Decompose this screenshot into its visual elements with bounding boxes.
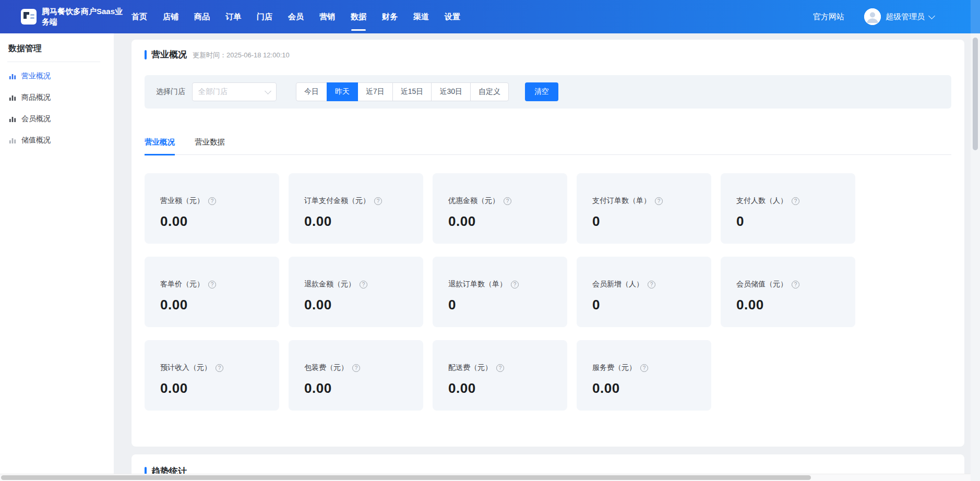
official-site-link[interactable]: 官方网站 (813, 12, 844, 22)
stat-value: 0.00 (448, 213, 562, 230)
help-icon[interactable] (216, 364, 223, 372)
vertical-scrollbar-cap (971, 0, 980, 33)
stat-card: 支付订单数（单） 0 (577, 173, 711, 244)
stat-value: 0 (592, 213, 706, 230)
date-range-label: 近30日 (439, 87, 462, 97)
date-range-label: 自定义 (479, 87, 500, 97)
topbar-nav-item[interactable]: 财务 (381, 10, 399, 24)
stat-card: 预计收入（元） 0.00 (145, 340, 279, 411)
stat-value: 0.00 (304, 213, 418, 230)
date-range-button[interactable]: 自定义 (470, 82, 509, 101)
nav-item-label: 渠道 (413, 12, 429, 21)
stat-label: 支付人数（人） (736, 196, 787, 206)
horizontal-scrollbar-thumb[interactable] (1, 475, 811, 480)
topbar-nav-item[interactable]: 门店 (256, 10, 273, 24)
overview-section-title: 营业概况 (151, 49, 187, 61)
nav-item-label: 财务 (382, 12, 398, 21)
help-icon[interactable] (511, 281, 519, 288)
date-range-button[interactable]: 昨天 (327, 82, 358, 101)
stat-value: 0.00 (448, 380, 562, 396)
stat-value: 0 (736, 213, 850, 230)
sidebar-item[interactable]: 会员概况 (0, 108, 114, 129)
help-icon[interactable] (792, 281, 799, 288)
topbar-nav: 首页 店铺 商品 订单 门店 会员 营销 (130, 10, 461, 24)
nav-item-label: 会员 (288, 12, 304, 21)
topbar-nav-item[interactable]: 营销 (318, 10, 336, 24)
help-icon[interactable] (496, 364, 504, 372)
topbar-nav-item[interactable]: 订单 (224, 10, 242, 24)
app-logo: 腾马餐饮多商户Saas业务端 (0, 6, 129, 27)
date-range-button[interactable]: 近30日 (431, 82, 471, 101)
stat-label: 营业额（元） (160, 196, 204, 206)
nav-item-label: 商品 (194, 12, 210, 21)
help-icon[interactable] (360, 281, 367, 288)
date-range-button[interactable]: 近7日 (357, 82, 393, 101)
topbar-nav-item[interactable]: 渠道 (412, 10, 430, 24)
date-range-button[interactable]: 近15日 (392, 82, 432, 101)
nav-item-label: 订单 (225, 12, 241, 21)
horizontal-scrollbar-track (0, 474, 971, 481)
vertical-scrollbar-thumb[interactable] (973, 38, 978, 150)
bar-chart-icon (9, 137, 16, 144)
help-icon[interactable] (655, 197, 663, 205)
stat-value: 0 (448, 297, 562, 313)
nav-item-label: 店铺 (163, 12, 178, 21)
logo-glyph (23, 12, 29, 19)
help-icon[interactable] (208, 281, 216, 288)
overview-tabs: 营业概况 营业数据 (145, 137, 951, 155)
store-select[interactable]: 全部门店 (192, 82, 277, 101)
date-range-label: 今日 (304, 87, 319, 97)
help-icon[interactable] (374, 197, 382, 205)
stat-label: 优惠金额（元） (448, 196, 499, 206)
date-range-button[interactable]: 今日 (296, 82, 327, 101)
sidebar-title: 数据管理 (0, 33, 114, 62)
help-icon[interactable] (648, 281, 655, 288)
stat-card: 配送费（元） 0.00 (433, 340, 567, 411)
stat-card: 会员储值（元） 0.00 (721, 257, 855, 327)
stat-label: 预计收入（元） (160, 363, 211, 372)
help-icon[interactable] (352, 364, 360, 372)
stat-value: 0.00 (304, 380, 418, 396)
chevron-down-icon (928, 13, 935, 19)
stat-value: 0 (592, 297, 706, 313)
topbar-nav-item[interactable]: 数据 (350, 10, 367, 24)
filter-panel: 选择门店 全部门店 今日 昨天 近7日 近15日 (145, 75, 951, 109)
bar-chart-icon (9, 94, 16, 101)
sidebar-item[interactable]: 商品概况 (0, 87, 114, 108)
help-icon[interactable] (208, 197, 216, 205)
bar-chart-icon (9, 73, 16, 80)
date-range-group: 今日 昨天 近7日 近15日 近30日 自定义 (296, 82, 509, 101)
sidebar-divider (7, 62, 100, 62)
help-icon[interactable] (640, 364, 648, 372)
stats-grid: 营业额（元） 0.00 订单支付金额（元） 0.00 优惠金额（元） 0.00 (145, 173, 951, 411)
sidebar-item[interactable]: 营业概况 (0, 65, 114, 87)
topbar-nav-item[interactable]: 店铺 (162, 10, 180, 24)
stat-label: 会员储值（元） (736, 280, 787, 289)
stat-label: 服务费（元） (592, 363, 636, 372)
user-menu[interactable]: 超级管理员 (864, 8, 934, 25)
app-logo-icon (21, 9, 37, 25)
topbar-nav-item[interactable]: 首页 (130, 10, 148, 24)
stat-label: 退款金额（元） (304, 280, 355, 289)
stat-value: 0.00 (160, 213, 274, 230)
topbar-nav-item[interactable]: 设置 (444, 10, 461, 24)
store-select-placeholder: 全部门店 (198, 87, 228, 97)
nav-item-label: 数据 (351, 12, 366, 21)
section-accent-bar (145, 50, 147, 59)
help-icon[interactable] (792, 197, 799, 205)
tab-label: 营业概况 (145, 138, 175, 146)
help-icon[interactable] (504, 197, 511, 205)
date-range-label: 昨天 (335, 87, 350, 97)
sidebar-item[interactable]: 储值概况 (0, 129, 114, 151)
stat-card: 会员新增（人） 0 (577, 257, 711, 327)
sidebar-item-label: 会员概况 (21, 114, 51, 124)
topbar-nav-item[interactable]: 商品 (193, 10, 211, 24)
user-avatar-icon (864, 8, 881, 25)
stat-card: 包装费（元） 0.00 (289, 340, 423, 411)
sidebar-item-label: 商品概况 (21, 93, 51, 102)
clear-button[interactable]: 清空 (525, 82, 558, 101)
overview-tab[interactable]: 营业数据 (195, 137, 225, 155)
update-time: 更新时间：2025-06-18 12:00:10 (193, 49, 290, 60)
topbar-nav-item[interactable]: 会员 (287, 10, 305, 24)
overview-tab[interactable]: 营业概况 (145, 137, 175, 155)
